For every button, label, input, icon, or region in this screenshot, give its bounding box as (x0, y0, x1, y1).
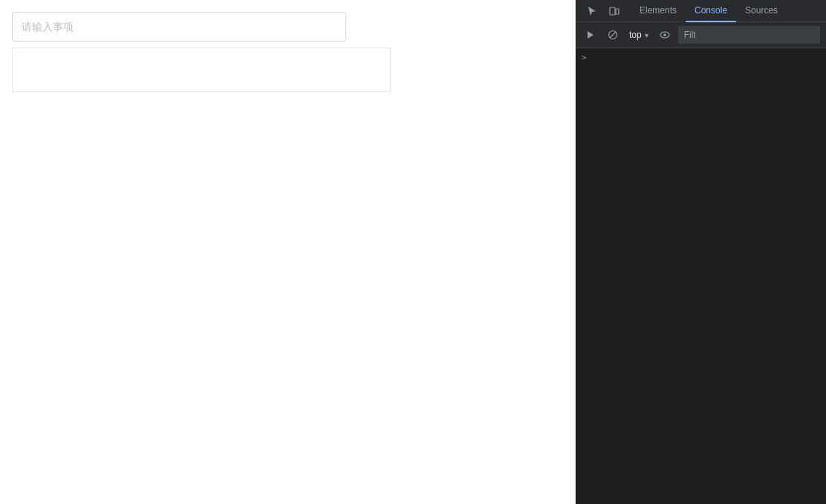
chevron-down-icon: ▾ (645, 31, 648, 39)
tab-elements[interactable]: Elements (631, 0, 686, 22)
svg-rect-1 (616, 9, 619, 14)
run-script-button[interactable] (582, 26, 599, 44)
block-requests-button[interactable] (604, 26, 622, 44)
todo-input-wrapper[interactable] (12, 12, 346, 42)
devtools-secondary-toolbar: top ▾ Filt (576, 22, 826, 48)
devtools-tabs: Elements Console Sources (631, 0, 826, 22)
devtools-panel: Elements Console Sources top ▾ (576, 0, 826, 504)
context-label: top (629, 30, 642, 40)
svg-marker-3 (588, 31, 594, 39)
svg-point-7 (663, 33, 666, 36)
svg-point-2 (612, 13, 613, 14)
filter-placeholder: Filt (684, 30, 696, 40)
devtools-console-area: > (576, 48, 826, 504)
todo-input[interactable] (22, 21, 336, 33)
tab-sources[interactable]: Sources (736, 0, 787, 22)
inspect-element-button[interactable] (582, 2, 602, 20)
main-panel (0, 0, 576, 504)
devtools-icon-group (576, 2, 631, 20)
filter-input[interactable]: Filt (678, 26, 820, 44)
svg-line-5 (610, 32, 616, 38)
todo-list-box (12, 48, 391, 92)
tab-console[interactable]: Console (686, 0, 736, 22)
console-prompt-arrow: > (582, 53, 587, 62)
console-prompt-line[interactable]: > (576, 51, 826, 64)
device-toolbar-button[interactable] (604, 2, 625, 20)
custom-formatters-button[interactable] (656, 26, 674, 44)
main-content (0, 0, 575, 104)
devtools-top-toolbar: Elements Console Sources (576, 0, 826, 22)
context-selector[interactable]: top ▾ (626, 28, 651, 42)
